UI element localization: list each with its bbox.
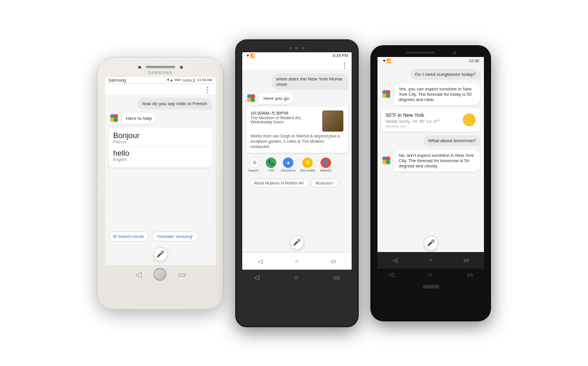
nexus-app-bar: ⋮: [242, 59, 352, 70]
home-area: ◁ ▭: [98, 265, 223, 283]
weather-source: Weather.com: [386, 125, 440, 128]
website-circle: 🌐: [320, 157, 331, 168]
nexus-status-bar: ▼📶 8:39 PM: [242, 52, 352, 59]
pixel-chin: [372, 281, 490, 293]
nexus-user-bubble: when does the New York Moma close: [272, 73, 349, 90]
action-website[interactable]: 🌐 Website: [320, 157, 332, 172]
nexus-nav-bar: ◁ ○ ▭: [242, 252, 352, 270]
mic-button[interactable]: 🎤: [153, 247, 168, 261]
nexus-camera: [295, 46, 299, 50]
samsung-screen: Samsung ▼▲ WiFi 100%🔋 11:59 AM ⋮ how do …: [105, 77, 216, 265]
brand-label: SAMSUNG: [148, 70, 172, 75]
user-bubble: how do you say hello in French: [138, 98, 212, 109]
pixel-assistant-row2: No, don't expect sunshine in New York Ci…: [381, 150, 480, 172]
camera-row: [138, 66, 183, 69]
nexus-outer-nav: ◁ ○ ▭: [236, 270, 358, 284]
svg-point-7: [250, 98, 255, 102]
bottom-btns: About Museum of Modern Art Museums i: [246, 177, 348, 189]
pixel-outer-nav: ◁ ○ ▭: [372, 268, 490, 281]
website-label: Website: [320, 169, 332, 172]
action-search[interactable]: G Search...: [248, 157, 261, 172]
call-circle: 📞: [266, 157, 276, 168]
nexus-ext-recents[interactable]: ▭: [333, 273, 340, 281]
back-button[interactable]: ◁: [135, 270, 142, 279]
pixel-assistant-row1: Yes, you can expect sunshine in New York…: [381, 83, 480, 105]
call-icon: 📞: [268, 160, 274, 165]
museums-btn[interactable]: Museums i: [311, 179, 339, 187]
action-directions[interactable]: ▲ Directions: [281, 157, 295, 172]
assistant-bubble: Here to help: [122, 113, 157, 124]
action-see-inside[interactable]: ⊞ See inside: [300, 157, 315, 172]
about-btn[interactable]: About Museum of Modern Art: [249, 179, 309, 187]
pixel-back-icon[interactable]: ◁: [393, 257, 397, 263]
directions-circle: ▲: [283, 157, 293, 168]
pixel-time: 12:30: [469, 59, 479, 63]
pixel-mic-button[interactable]: 🎤: [424, 236, 438, 250]
card-desc: Works from van Gogh to Warhol & beyond p…: [250, 133, 343, 149]
nexus-assistant-row: Here you go: [246, 93, 348, 104]
nexus-ext-home[interactable]: ○: [294, 273, 298, 281]
pixel-mic-icon: 🎤: [427, 239, 435, 247]
pixel-user-bubble1: Do I need sunglasses today?: [410, 69, 480, 80]
app-bar: ⋮: [105, 84, 216, 95]
translation-card: Bonjour French hello English: [109, 127, 212, 167]
card-header: 10:30AM–5:30PM The Museum of Modern Art,…: [250, 110, 343, 132]
weather-text: 50°F in New York Mostly sunny · Hi: 50° …: [386, 112, 440, 128]
status-bar: Samsung ▼▲ WiFi 100%🔋 11:59 AM: [105, 77, 216, 84]
nexus-ext-back[interactable]: ◁: [254, 273, 259, 281]
nexus-mic-button[interactable]: 🎤: [290, 236, 304, 250]
mic-icon: 🎤: [156, 250, 165, 258]
nexus-signal: ▼📶: [246, 53, 255, 58]
phone-pixel: ▼📶 12:30 Do I need sunglasses today? Yes…: [370, 45, 491, 321]
nexus-back-icon[interactable]: ◁: [258, 258, 263, 264]
front-camera: [138, 66, 141, 69]
pixel-recents-icon[interactable]: ▭: [463, 257, 469, 263]
call-label: Call: [268, 169, 273, 172]
weather-row: 50°F in New York Mostly sunny · Hi: 50° …: [386, 112, 476, 128]
action-buttons: G Search results Translate "amazing": [105, 229, 216, 244]
nexus-mic-area: 🎤: [242, 233, 352, 252]
phone-nexus: ▼📶 8:39 PM ⋮ when does the New York Moma…: [235, 39, 359, 327]
fingerprint-sensor: [423, 285, 439, 288]
nexus-dot2: [302, 47, 305, 49]
pixel-home-icon[interactable]: ○: [429, 257, 432, 263]
pixel-ext-back[interactable]: ◁: [389, 271, 393, 278]
pixel-ext-home[interactable]: ○: [428, 271, 432, 278]
website-icon: 🌐: [323, 160, 329, 165]
svg-point-15: [386, 160, 390, 164]
pixel-signal: ▼📶: [382, 59, 392, 63]
translate-btn[interactable]: Translate "amazing": [152, 231, 198, 241]
recents-button[interactable]: ▭: [178, 270, 186, 279]
sun-icon: [463, 113, 476, 126]
nexus-screen: ▼📶 8:39 PM ⋮ when does the New York Moma…: [242, 52, 352, 270]
translation-lang1: French: [113, 140, 208, 144]
home-button[interactable]: [153, 268, 166, 281]
translation-word2: hello: [113, 149, 208, 157]
card-thumbnail: [322, 110, 343, 132]
phone-samsung: SAMSUNG Samsung ▼▲ WiFi 100%🔋 11:59 AM ⋮…: [97, 57, 223, 310]
pixel-ext-recents[interactable]: ▭: [467, 271, 473, 278]
weather-title: 50°F in New York: [386, 112, 440, 118]
nexus-menu-dots[interactable]: ⋮: [341, 62, 348, 69]
pixel-google-icon1: [381, 89, 392, 99]
inside-label: See inside: [300, 169, 315, 172]
search-results-btn[interactable]: G Search results: [109, 231, 149, 241]
nexus-home-icon[interactable]: ○: [295, 258, 298, 264]
nexus-recents-icon[interactable]: ▭: [330, 258, 336, 264]
time: 11:59 AM: [197, 78, 212, 82]
card-info: 10:30AM–5:30PM The Museum of Modern Art,…: [250, 110, 322, 124]
weather-card: 50°F in New York Mostly sunny · Hi: 50° …: [381, 109, 480, 132]
wifi-icon: WiFi: [175, 78, 182, 82]
menu-dots[interactable]: ⋮: [204, 86, 211, 93]
translation-lang2: English: [113, 157, 208, 162]
directions-icon: ▲: [286, 160, 290, 165]
carrier: Samsung: [109, 78, 126, 82]
assistant-row: Here to help: [109, 113, 212, 124]
moma-card: 10:30AM–5:30PM The Museum of Modern Art,…: [246, 107, 348, 153]
action-icons: G Search... 📞 Call ▲ Directions: [246, 156, 348, 174]
pixel-screen: ▼📶 12:30 Do I need sunglasses today? Yes…: [377, 57, 484, 268]
pixel-nav-bar: ◁ ○ ▭: [377, 252, 484, 268]
inside-circle: ⊞: [302, 157, 313, 168]
action-call[interactable]: 📞 Call: [266, 157, 276, 172]
signal-icon: ▼▲: [166, 78, 173, 82]
